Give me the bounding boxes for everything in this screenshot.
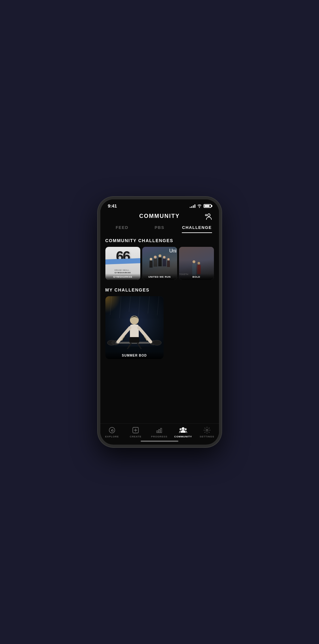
plus-square-icon [132, 426, 140, 434]
my-challenges-section: MY CHALLENGES [100, 282, 219, 362]
bar-chart-icon [155, 426, 163, 434]
app-content: COMMUNITY FEED PBS CHALLENGE [100, 210, 219, 444]
bottom-nav: EXPLORE CREATE [100, 423, 219, 439]
home-indicator [100, 439, 219, 444]
community-challenges-title: COMMUNITY CHALLENGES [105, 238, 214, 243]
add-user-icon [204, 212, 213, 221]
challenge-card-united-we-run[interactable]: Uni UNITED WE RUN [142, 247, 177, 280]
nav-label-explore: EXPLORE [105, 435, 119, 438]
gear-icon [203, 426, 211, 434]
page-title: COMMUNITY [139, 213, 180, 219]
tab-challenge[interactable]: CHALLENGE [178, 222, 216, 233]
svg-point-28 [182, 427, 184, 430]
tab-pbs[interactable]: PBS [141, 222, 178, 233]
svg-rect-13 [129, 337, 139, 343]
compass-icon [108, 426, 116, 434]
svg-point-10 [153, 340, 161, 345]
challenge-card-summer-bod[interactable]: SUMMER BOD [105, 296, 164, 359]
summer-bod-image [105, 296, 164, 359]
home-bar [141, 441, 178, 442]
nav-item-progress[interactable]: PROGRESS [151, 426, 168, 438]
svg-rect-26 [159, 430, 160, 433]
my-challenges-title: MY CHALLENGES [105, 287, 214, 292]
summer-bod-label: SUMMER BOD [105, 351, 164, 359]
community-challenges-grid: 66 DREAM SMALL.. GYMSHARK66 GYMSHARK66 [105, 247, 214, 280]
svg-point-0 [208, 214, 210, 216]
battery-icon [204, 204, 211, 208]
svg-rect-25 [157, 431, 158, 433]
header: COMMUNITY [100, 210, 219, 222]
gymshark-band [105, 258, 140, 264]
community-challenges-section: COMMUNITY CHALLENGES 66 DREAM SMALL.. GY… [100, 233, 219, 282]
challenge-card-bold[interactable]: TOGETH BOLD [179, 247, 214, 280]
phone-frame: 9:41 COMMUNITY [98, 197, 221, 447]
challenge-card-bold-label: BOLD [179, 274, 214, 280]
nav-item-explore[interactable]: EXPLORE [104, 426, 121, 438]
svg-rect-27 [160, 428, 162, 433]
challenge-card-gymshark66-label: GYMSHARK66 [105, 274, 140, 280]
phone-notch [139, 199, 180, 209]
challenge-card-gymshark66[interactable]: 66 DREAM SMALL.. GYMSHARK66 GYMSHARK66 [105, 247, 140, 280]
gymshark-dream-text: DREAM SMALL.. [115, 269, 131, 271]
svg-point-31 [206, 429, 208, 431]
nav-item-create[interactable]: CREATE [127, 426, 144, 438]
nav-label-community: COMMUNITY [174, 435, 192, 438]
nav-item-community[interactable]: COMMUNITY [174, 426, 192, 438]
nav-label-progress: PROGRESS [151, 435, 167, 438]
status-time: 9:41 [108, 203, 117, 208]
wifi-icon [197, 204, 202, 208]
signal-icon [190, 204, 195, 208]
people-icon [179, 426, 187, 434]
svg-point-30 [185, 428, 187, 430]
tabs: FEED PBS CHALLENGE [100, 222, 219, 233]
status-icons [190, 204, 211, 208]
scroll-content[interactable]: COMMUNITY CHALLENGES 66 DREAM SMALL.. GY… [100, 233, 219, 423]
svg-point-29 [180, 428, 182, 430]
svg-point-12 [130, 316, 139, 325]
add-user-button[interactable] [204, 212, 213, 221]
challenge-card-united-label: UNITED WE RUN [142, 274, 177, 280]
nav-item-settings[interactable]: SETTINGS [198, 426, 215, 438]
nav-label-create: CREATE [130, 435, 142, 438]
tab-feed[interactable]: FEED [104, 222, 141, 233]
nav-label-settings: SETTINGS [200, 435, 214, 438]
